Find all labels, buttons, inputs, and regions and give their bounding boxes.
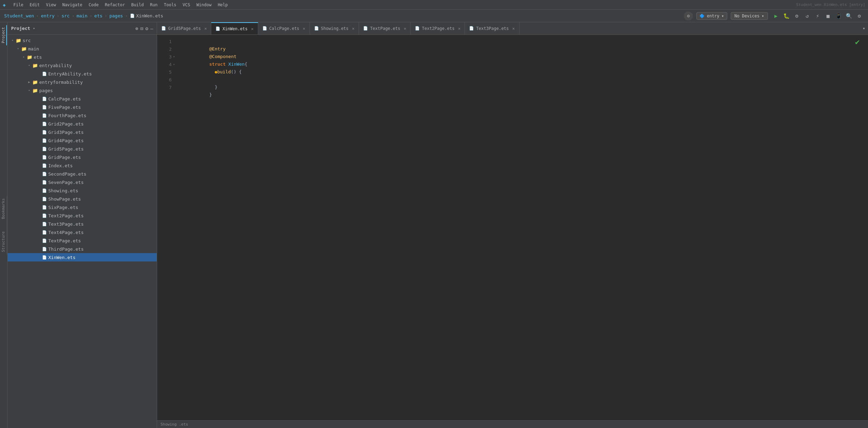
- menu-file[interactable]: File: [13, 2, 23, 7]
- breadcrumb-item-src[interactable]: src: [62, 13, 69, 18]
- menu-run[interactable]: Run: [150, 2, 158, 7]
- menu-build[interactable]: Build: [131, 2, 144, 7]
- showing-ets-label: Showing .ets: [161, 422, 188, 427]
- tree-item-grid5page[interactable]: ▶ 📄 Grid5Page.ets: [8, 145, 157, 153]
- device-manager-button[interactable]: 📱: [834, 11, 843, 21]
- tree-item-fivepage[interactable]: ▶ 📄 FivePage.ets: [8, 103, 157, 111]
- tree-label-grid3page: Grid3Page.ets: [48, 130, 84, 135]
- file-tree[interactable]: ▾ 📁 src ▾ 📁 main ▾ 📁 ets ▾: [8, 35, 157, 428]
- tab-xinwen[interactable]: 📄 XinWen.ets ✕: [211, 22, 258, 34]
- tab-close-grid5page[interactable]: ✕: [204, 26, 207, 31]
- add-icon[interactable]: ⊕: [135, 26, 138, 31]
- tree-item-src[interactable]: ▾ 📁 src: [8, 36, 157, 45]
- tree-item-sevenpage[interactable]: ▶ 📄 SevenPage.ets: [8, 178, 157, 186]
- menu-edit[interactable]: Edit: [30, 2, 40, 7]
- project-dropdown-icon[interactable]: ▾: [33, 26, 35, 30]
- tree-arrow-pages[interactable]: ▾: [27, 89, 31, 92]
- tree-item-text3page[interactable]: ▶ 📄 Text3Page.ets: [8, 220, 157, 228]
- search-button[interactable]: 🔍: [844, 11, 853, 21]
- project-header: Project ▾ ⊕ ⊟ ⚙ —: [8, 22, 157, 35]
- menu-navigate[interactable]: Navigate: [62, 2, 82, 7]
- tree-label-calcpage: CalcPage.ets: [48, 96, 81, 102]
- menu-help[interactable]: Help: [218, 2, 228, 7]
- gear-icon[interactable]: ⚙: [145, 26, 148, 31]
- tree-item-pages[interactable]: ▾ 📁 pages: [8, 86, 157, 95]
- tree-arrow-ets[interactable]: ▾: [22, 55, 26, 59]
- profile-button[interactable]: ⚙: [792, 11, 801, 21]
- tab-close-text2page[interactable]: ✕: [458, 26, 460, 31]
- reload-button[interactable]: ↺: [803, 11, 812, 21]
- code-editor[interactable]: @Entry @Component struct XinWen{ ●build(…: [179, 35, 868, 420]
- tree-item-text4page[interactable]: ▶ 📄 Text4Page.ets: [8, 228, 157, 236]
- menu-view[interactable]: View: [46, 2, 56, 7]
- tab-calcpage[interactable]: 📄 CalcPage.ets ✕: [258, 22, 310, 34]
- no-devices-dropdown[interactable]: No Devices ▾: [731, 12, 768, 20]
- sidebar-tab-project[interactable]: Project: [0, 25, 7, 45]
- tree-item-secondpage[interactable]: ▶ 📄 SecondPage.ets: [8, 170, 157, 178]
- tab-close-textpage[interactable]: ✕: [404, 26, 406, 31]
- menu-window[interactable]: Window: [196, 2, 211, 7]
- tab-showing[interactable]: 📄 Showing.ets ✕: [310, 22, 359, 34]
- breadcrumb-item-ets[interactable]: ets: [94, 13, 102, 18]
- tree-arrow-src[interactable]: ▾: [10, 39, 15, 42]
- debug-button[interactable]: 🐛: [782, 11, 791, 21]
- tree-item-sixpage[interactable]: ▶ 📄 SixPage.ets: [8, 203, 157, 211]
- tree-arrow-entryformability[interactable]: ▶: [27, 80, 31, 84]
- tree-item-entryability[interactable]: ▾ 📁 entryability: [8, 61, 157, 70]
- tree-item-grid4page[interactable]: ▶ 📄 Grid4Page.ets: [8, 136, 157, 145]
- menu-code[interactable]: Code: [89, 2, 99, 7]
- tab-grid5page[interactable]: 📄 Grid5Page.ets ✕: [157, 22, 211, 34]
- breadcrumb-item-pages[interactable]: pages: [109, 13, 123, 18]
- breadcrumb-item-entry[interactable]: entry: [41, 13, 55, 18]
- global-settings-button[interactable]: ⚙: [855, 11, 864, 21]
- breadcrumb-item-main[interactable]: main: [76, 13, 87, 18]
- tabs-more-button[interactable]: ▾: [860, 22, 868, 34]
- tree-item-gridpage[interactable]: ▶ 📄 GridPage.ets: [8, 153, 157, 161]
- tab-close-calcpage[interactable]: ✕: [303, 26, 305, 31]
- tab-text2page[interactable]: 📄 Text2Page.ets ✕: [411, 22, 465, 34]
- tree-item-entryformability[interactable]: ▶ 📁 entryformability: [8, 78, 157, 86]
- tree-label-thirdpage: ThirdPage.ets: [48, 247, 84, 252]
- tree-item-thirdpage[interactable]: ▶ 📄 ThirdPage.ets: [8, 245, 157, 253]
- tab-close-showing[interactable]: ✕: [352, 26, 354, 31]
- tree-item-text2page[interactable]: ▶ 📄 Text2Page.ets: [8, 211, 157, 220]
- breadcrumb: Student_wen › entry › src › main › ets ›…: [4, 13, 163, 18]
- structure-label[interactable]: Structure: [0, 229, 6, 255]
- tab-close-text3page[interactable]: ✕: [512, 26, 515, 31]
- bookmarks-label[interactable]: Bookmarks: [0, 195, 6, 222]
- tree-item-entryability-ets[interactable]: ▶ 📄 EntryAbility.ets: [8, 70, 157, 78]
- tree-item-grid3page[interactable]: ▶ 📄 Grid3Page.ets: [8, 128, 157, 136]
- tree-item-grid2page[interactable]: ▶ 📄 Grid2Page.ets: [8, 120, 157, 128]
- hot-reload-button[interactable]: ⚡: [813, 11, 822, 21]
- tree-label-entryability-file: EntryAbility.ets: [48, 71, 92, 76]
- tree-item-showpage[interactable]: ▶ 📄 ShowPage.ets: [8, 195, 157, 203]
- menu-vcs[interactable]: VCS: [183, 2, 190, 7]
- tree-item-showing[interactable]: ▶ 📄 Showing.ets: [8, 186, 157, 195]
- stop-button[interactable]: ■: [824, 11, 833, 21]
- tree-item-textpage[interactable]: ▶ 📄 TextPage.ets: [8, 236, 157, 245]
- tree-item-calcpage[interactable]: ▶ 📄 CalcPage.ets: [8, 95, 157, 103]
- menu-refactor[interactable]: Refactor: [105, 2, 125, 7]
- menu-tools[interactable]: Tools: [164, 2, 176, 7]
- minimize-icon[interactable]: —: [150, 26, 153, 31]
- tab-text3page[interactable]: 📄 Text3Page.ets ✕: [465, 22, 519, 34]
- breadcrumb-item-project[interactable]: Student_wen: [4, 13, 34, 18]
- gutter-row-5: 5 ▾: [157, 68, 179, 76]
- tree-item-index[interactable]: ▶ 📄 Index.ets: [8, 161, 157, 170]
- settings-gear-button[interactable]: ⚙: [684, 11, 693, 21]
- run-button[interactable]: ▶: [771, 11, 780, 21]
- tree-item-ets[interactable]: ▾ 📁 ets: [8, 53, 157, 61]
- tree-item-fourthpage[interactable]: ▶ 📄 FourthPage.ets: [8, 111, 157, 120]
- tab-textpage[interactable]: 📄 TextPage.ets ✕: [359, 22, 411, 34]
- tree-item-xinwen[interactable]: ▶ 📄 XinWen.ets: [8, 253, 157, 261]
- tab-close-xinwen[interactable]: ✕: [251, 26, 253, 31]
- collapse-icon[interactable]: ⊟: [140, 26, 143, 31]
- tree-item-main[interactable]: ▾ 📁 main: [8, 45, 157, 53]
- no-devices-chevron-icon: ▾: [762, 14, 764, 18]
- tree-label-grid5page: Grid5Page.ets: [48, 146, 84, 152]
- fold-btn-4[interactable]: ▾: [173, 63, 177, 66]
- tree-arrow-entryability[interactable]: ▾: [27, 64, 31, 67]
- entry-dropdown[interactable]: 🔷 entry ▾: [696, 12, 727, 20]
- tree-arrow-main[interactable]: ▾: [16, 47, 20, 50]
- fold-btn-3[interactable]: ▾: [173, 55, 177, 58]
